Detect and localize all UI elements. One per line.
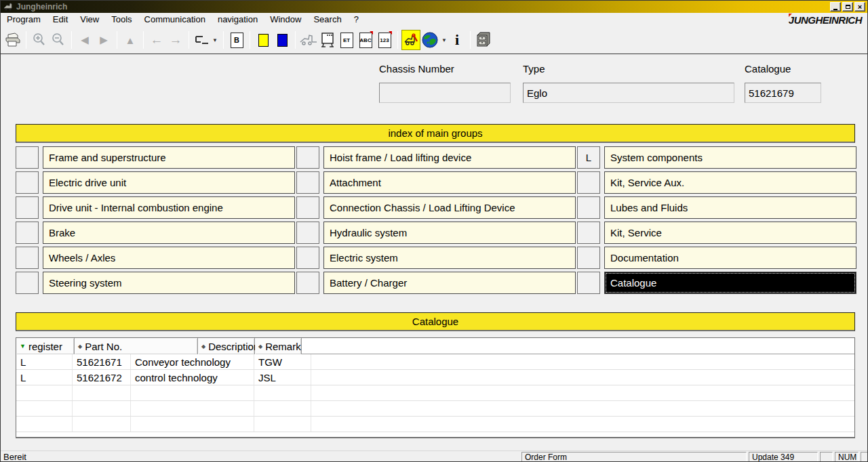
restore-icon <box>846 5 850 9</box>
register-indicator <box>16 247 39 269</box>
main-group-row: Electric drive unit <box>16 171 295 194</box>
main-group-row: Attachment <box>296 171 576 194</box>
forklift-button[interactable] <box>299 30 318 50</box>
restore-button[interactable] <box>842 2 853 12</box>
type-input[interactable] <box>523 83 734 103</box>
service-info-button[interactable] <box>401 30 420 50</box>
numeric-document-button[interactable]: 123 <box>375 30 394 50</box>
menu-item[interactable]: Edit <box>47 13 74 26</box>
history-forward-button[interactable]: → <box>166 30 185 50</box>
table-row[interactable]: L 51621671 Conveyor technology TGW <box>16 354 854 370</box>
toolbar: ◀ ▶ ▲ ← → ▼ B <box>1 26 867 54</box>
status-message: Bereit <box>3 452 26 462</box>
info-button[interactable]: i <box>448 30 467 50</box>
toolbar-separator <box>295 31 296 49</box>
register-indicator <box>577 222 600 244</box>
cell-register: L <box>16 354 73 369</box>
zoom-out-icon <box>51 33 66 47</box>
abc-document-button[interactable]: ABC <box>356 30 375 50</box>
register-indicator <box>577 272 600 294</box>
menu-item[interactable]: Tools <box>105 13 138 26</box>
register-indicator <box>296 222 319 244</box>
main-group-row: Steering system <box>16 272 295 294</box>
main-group-cell[interactable]: Electric system <box>323 247 576 269</box>
main-group-row: Documentation <box>577 247 856 269</box>
right-arrow-icon: → <box>170 34 182 46</box>
yellow-marker-button[interactable] <box>254 30 273 50</box>
main-group-row: Hydraulic system <box>296 222 576 244</box>
zoom-out-button[interactable] <box>49 30 68 50</box>
main-group-cell[interactable]: Wheels / Axles <box>43 247 295 269</box>
column-header[interactable]: ◆ Description <box>198 338 255 354</box>
main-group-cell[interactable]: Frame and superstructure <box>43 146 295 169</box>
main-group-cell[interactable]: Documentation <box>604 247 856 269</box>
page-back-button[interactable]: ◀ <box>75 30 94 50</box>
abc-doc-label: ABC <box>359 37 371 43</box>
menu-item[interactable]: Window <box>264 13 307 26</box>
left-arrow-icon: ← <box>151 34 163 46</box>
empty-table-row <box>16 417 854 432</box>
b-document-button[interactable]: B <box>227 30 246 50</box>
back-triangle-icon: ◀ <box>81 34 89 46</box>
main-group-row: Wheels / Axles <box>16 247 295 269</box>
column-header[interactable]: ◆ Remark <box>255 338 302 354</box>
toolbar-separator <box>71 31 72 49</box>
main-group-row: Kit, Service <box>577 222 856 244</box>
column-header[interactable]: ▼ register <box>16 338 75 354</box>
menu-item[interactable]: Search <box>307 13 347 26</box>
toolbar-separator <box>397 31 398 49</box>
menu-item[interactable]: Communication <box>138 13 212 26</box>
main-group-cell[interactable]: Hydraulic system <box>323 222 576 244</box>
register-indicator <box>16 146 39 169</box>
menu-item[interactable]: ? <box>348 13 365 26</box>
charger-cabinet-button[interactable] <box>318 30 337 50</box>
toolbar-separator <box>117 31 117 49</box>
main-group-cell[interactable]: Drive unit - Internal combustion engine <box>43 196 295 219</box>
menu-item[interactable]: View <box>74 13 105 26</box>
main-group-cell[interactable]: Electric drive unit <box>43 171 295 194</box>
catalogue-number-input[interactable] <box>745 83 821 103</box>
zoom-in-button[interactable] <box>30 30 49 50</box>
toolbar-separator <box>189 31 189 49</box>
toolbar-separator <box>470 31 471 49</box>
toolbar-separator <box>250 31 250 49</box>
catalogue-number-label: Catalogue <box>745 63 791 75</box>
register-indicator <box>296 196 319 219</box>
main-group-cell[interactable]: Lubes and Fluids <box>604 196 856 219</box>
main-group-cell[interactable]: Steering system <box>43 272 295 294</box>
main-group-row: Electric system <box>296 247 576 269</box>
main-group-cell[interactable]: Brake <box>43 222 295 244</box>
column-header[interactable]: ◆ Part No. <box>75 338 198 354</box>
chassis-number-label: Chassis Number <box>379 63 454 75</box>
register-indicator <box>577 171 600 194</box>
language-globe-button[interactable]: ▼ <box>420 30 448 50</box>
main-group-cell[interactable]: Catalogue <box>604 272 856 294</box>
table-row[interactable]: L 51621672 control technology JSL <box>16 370 854 385</box>
main-group-cell[interactable]: Attachment <box>323 171 576 194</box>
main-group-cell[interactable]: Connection Chassis / Load Lifting Device <box>323 196 576 219</box>
minimize-button[interactable] <box>830 2 841 12</box>
page-forward-button[interactable]: ▶ <box>94 30 113 50</box>
menu-item[interactable]: navigation <box>212 13 264 26</box>
register-indicator <box>296 146 319 169</box>
cell-description: Conveyor technology <box>131 354 254 369</box>
up-level-button[interactable]: ▲ <box>121 30 140 50</box>
history-back-button[interactable]: ← <box>147 30 166 50</box>
close-button[interactable]: × <box>854 2 865 12</box>
menu-item[interactable]: Program <box>1 13 47 26</box>
titlebar: Jungheinrich × <box>1 1 867 13</box>
statusbar: Bereit Order Form Update 349 NUM <box>1 450 867 462</box>
main-group-cell[interactable]: Kit, Service <box>604 222 856 244</box>
chassis-number-input[interactable] <box>379 83 511 103</box>
catalogue-header: Catalogue <box>16 312 855 331</box>
toolbar-separator <box>143 31 144 49</box>
main-group-cell[interactable]: System components <box>604 146 856 169</box>
et-document-button[interactable]: ET <box>337 30 356 50</box>
archive-button[interactable] <box>474 30 493 50</box>
blue-marker-button[interactable] <box>273 30 292 50</box>
main-group-cell[interactable]: Kit, Service Aux. <box>604 171 856 194</box>
main-group-cell[interactable]: Hoist frame / Load lifting device <box>323 146 576 169</box>
main-group-cell[interactable]: Battery / Charger <box>323 272 576 294</box>
tree-view-button[interactable]: ▼ <box>193 30 220 50</box>
print-button[interactable] <box>3 30 22 50</box>
